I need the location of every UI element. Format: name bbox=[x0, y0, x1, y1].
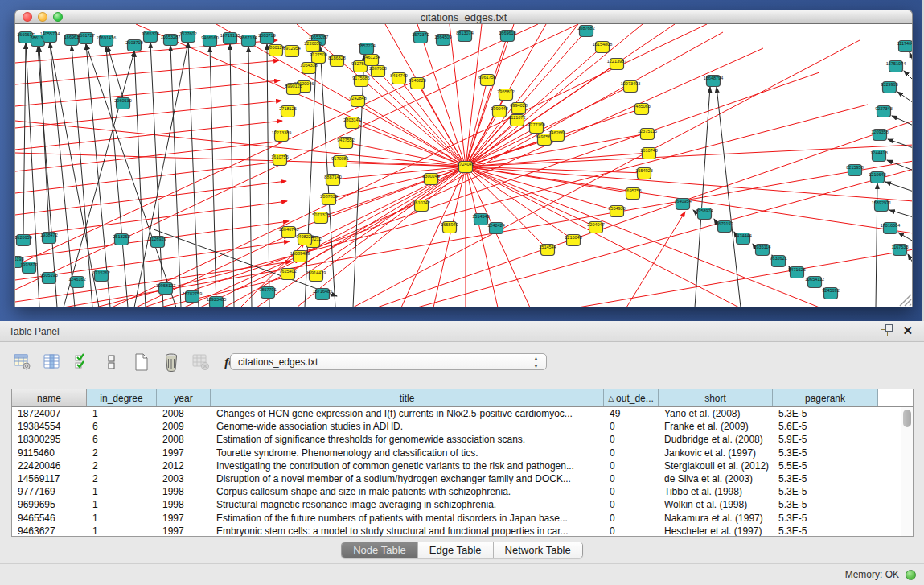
teal-node[interactable]: 2083719 bbox=[258, 33, 275, 44]
citation-edge-black[interactable] bbox=[695, 87, 710, 307]
yellow-node[interactable]: 1610755 bbox=[271, 154, 288, 166]
teal-node[interactable]: 15716485 bbox=[313, 289, 332, 300]
citation-edge-red[interactable] bbox=[15, 201, 287, 237]
yellow-node[interactable]: 2204047 bbox=[587, 222, 604, 233]
teal-node[interactable]: 1640954 bbox=[674, 199, 691, 210]
yellow-node[interactable]: 2226053 bbox=[304, 41, 321, 52]
yellow-node[interactable]: 8887140 bbox=[324, 175, 341, 186]
citation-edge-red[interactable] bbox=[626, 212, 685, 307]
show-columns-icon[interactable] bbox=[43, 352, 62, 373]
yellow-node[interactable]: 2867608 bbox=[369, 66, 386, 77]
yellow-node[interactable]: 1554930 bbox=[608, 206, 625, 217]
teal-node[interactable]: 7632621 bbox=[770, 256, 786, 267]
citation-edge-black[interactable] bbox=[353, 55, 364, 307]
column-header-title[interactable]: title bbox=[211, 389, 604, 406]
float-window-icon[interactable] bbox=[881, 324, 893, 336]
teal-node[interactable]: 1864509 bbox=[434, 35, 451, 46]
teal-node[interactable]: 1242424 bbox=[487, 223, 504, 234]
teal-node[interactable]: 2087682 bbox=[577, 26, 594, 37]
yellow-node[interactable]: 2718126 bbox=[279, 106, 296, 117]
teal-node[interactable]: 1669610 bbox=[499, 31, 515, 42]
teal-node[interactable]: 8813074 bbox=[456, 31, 473, 42]
tab-edge-table[interactable]: Edge Table bbox=[418, 542, 494, 558]
table-row[interactable]: 1938455462009Genome-wide association stu… bbox=[12, 420, 901, 433]
new-table-icon[interactable] bbox=[132, 352, 151, 373]
yellow-node[interactable]: 8186328 bbox=[328, 56, 345, 67]
citation-edge-black[interactable] bbox=[64, 51, 134, 307]
table-row[interactable]: 911546021997Tourette syndrome. Phenomeno… bbox=[12, 447, 901, 459]
citation-edge-red[interactable] bbox=[578, 249, 913, 307]
teal-node[interactable]: 17016504 bbox=[881, 223, 900, 234]
row-height-icon[interactable] bbox=[102, 352, 121, 373]
citation-edge-red[interactable] bbox=[417, 169, 913, 307]
yellow-node[interactable]: 6961758 bbox=[478, 75, 495, 86]
citation-edge-black[interactable] bbox=[23, 43, 26, 234]
citation-edge-red[interactable] bbox=[136, 24, 466, 167]
yellow-node[interactable]: 7955812 bbox=[497, 89, 514, 101]
citation-edge-red[interactable] bbox=[346, 142, 466, 167]
citation-edge-red[interactable] bbox=[466, 167, 819, 307]
yellow-node[interactable]: 9777169 bbox=[528, 122, 544, 134]
citation-edge-red[interactable] bbox=[466, 167, 739, 307]
column-header-name[interactable]: name bbox=[12, 389, 87, 406]
teal-node[interactable]: 1246162 bbox=[68, 277, 85, 288]
yellow-node[interactable]: 9170081 bbox=[331, 156, 348, 167]
teal-node[interactable]: 10719135 bbox=[220, 33, 240, 44]
teal-node[interactable]: 1209358 bbox=[871, 130, 888, 141]
citation-edge-black[interactable] bbox=[885, 182, 913, 192]
network-graph-canvas[interactable]: 1669617586133140557241669611661727276914… bbox=[14, 24, 913, 307]
teal-node[interactable]: 12923485 bbox=[207, 297, 226, 308]
citation-edge-black[interactable] bbox=[267, 44, 269, 307]
teal-node[interactable]: 1667134 bbox=[240, 35, 257, 47]
close-panel-icon[interactable]: ✕ bbox=[902, 324, 913, 336]
column-header-pagerank[interactable]: pagerank bbox=[773, 389, 878, 406]
yellow-node[interactable]: 1654923 bbox=[635, 168, 652, 179]
table-select-dropdown[interactable]: citations_edges.txt ▲▼ bbox=[230, 353, 547, 370]
citation-edge-black[interactable] bbox=[898, 233, 913, 241]
teal-node[interactable]: 10958127 bbox=[156, 283, 175, 295]
table-scrollbar-thumb[interactable] bbox=[903, 410, 911, 427]
citation-edge-red[interactable] bbox=[466, 145, 913, 167]
teal-node[interactable]: 1661727 bbox=[77, 33, 94, 44]
citation-edge-black[interactable] bbox=[230, 44, 234, 307]
citation-edge-red[interactable] bbox=[385, 24, 466, 167]
yellow-node[interactable]: 1610742 bbox=[413, 200, 429, 212]
citation-edge-red[interactable] bbox=[15, 60, 279, 84]
yellow-node[interactable]: 12213389 bbox=[272, 130, 291, 142]
teal-node[interactable]: 8126929 bbox=[149, 237, 166, 248]
teal-node[interactable]: 1244413 bbox=[870, 150, 887, 162]
citation-edge-black[interactable] bbox=[210, 47, 216, 307]
table-row[interactable]: 946362711997Embryonic stem cells: a mode… bbox=[12, 525, 901, 536]
teal-node[interactable]: 1715262 bbox=[92, 270, 109, 282]
yellow-node[interactable]: 16154808 bbox=[593, 42, 612, 53]
teal-node[interactable]: 1167533 bbox=[891, 245, 908, 256]
teal-node[interactable]: 9857791 bbox=[259, 287, 276, 299]
yellow-node[interactable]: 1724045 bbox=[457, 162, 474, 173]
citation-edge-black[interactable] bbox=[908, 254, 913, 264]
teal-node[interactable]: 1065328 bbox=[142, 31, 158, 43]
yellow-node[interactable]: 8912954 bbox=[283, 46, 300, 57]
citation-edge-red[interactable] bbox=[466, 24, 482, 167]
yellow-node[interactable]: 1990448 bbox=[491, 106, 507, 117]
citation-edge-red[interactable] bbox=[466, 24, 578, 167]
yellow-node[interactable]: 12375115 bbox=[638, 129, 657, 140]
select-all-columns-icon[interactable] bbox=[72, 352, 92, 373]
yellow-node[interactable]: 1514544 bbox=[539, 245, 556, 256]
table-settings-icon[interactable] bbox=[13, 352, 32, 373]
yellow-node[interactable]: 5461234 bbox=[363, 55, 380, 66]
yellow-node[interactable]: 1216045 bbox=[565, 235, 581, 246]
teal-node[interactable]: 1527602 bbox=[179, 31, 196, 43]
table-row[interactable]: 1456911722003Disruption of a novel membe… bbox=[12, 472, 901, 485]
citation-edge-black[interactable] bbox=[39, 47, 49, 232]
teal-node[interactable]: 10654112 bbox=[805, 277, 824, 288]
teal-node[interactable]: 8215958 bbox=[846, 165, 863, 176]
teal-node[interactable]: 9245692 bbox=[822, 288, 839, 299]
yellow-node[interactable]: 8454749 bbox=[390, 73, 407, 84]
teal-node[interactable]: 14055724 bbox=[40, 31, 60, 43]
yellow-node[interactable]: 9242848 bbox=[349, 96, 366, 107]
teal-node[interactable]: 2513252 bbox=[113, 234, 129, 245]
teal-node[interactable]: 2060530 bbox=[114, 98, 131, 109]
delete-table-icon[interactable] bbox=[162, 352, 181, 373]
yellow-node[interactable]: 2087839 bbox=[320, 194, 337, 205]
citation-edge-black[interactable] bbox=[892, 116, 913, 126]
